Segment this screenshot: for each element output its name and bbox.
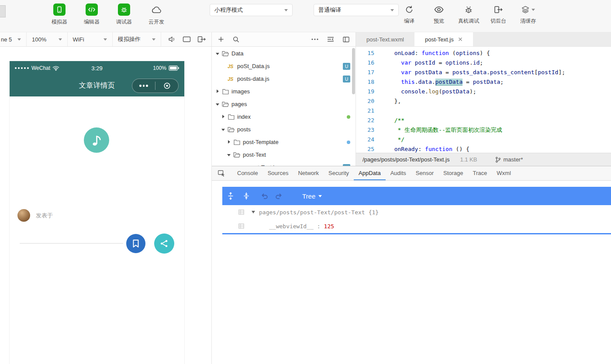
phone-screen: WeChat 3:29 100% 文章详情页 xyxy=(10,61,184,364)
devtools-tab-security[interactable]: Security xyxy=(324,166,354,180)
clear-cache-label: 清缓存 xyxy=(520,17,536,25)
expand-arrow-icon[interactable] xyxy=(226,151,232,158)
switch-background-button[interactable]: 切后台 xyxy=(488,4,509,25)
folder-icon xyxy=(221,89,230,94)
code-brackets-icon xyxy=(86,3,98,16)
code-line xyxy=(387,106,611,116)
mute-speaker-icon[interactable] xyxy=(168,36,176,43)
preview-button[interactable]: 预览 xyxy=(428,4,449,25)
tree-item[interactable]: posts xyxy=(212,123,356,136)
expand-arrow-icon[interactable] xyxy=(226,139,232,145)
tree-item[interactable]: post-Template xyxy=(212,136,356,148)
simulate-action-select[interactable]: 模拟操作 xyxy=(113,32,161,46)
clear-cache-button[interactable]: 清缓存 xyxy=(518,4,539,25)
share-button[interactable] xyxy=(154,234,174,254)
file-tree-scrollbar[interactable] xyxy=(352,48,355,94)
page-title: 文章详情页 xyxy=(79,81,115,90)
preview-label: 预览 xyxy=(434,17,444,25)
expand-arrow-icon[interactable] xyxy=(220,113,227,120)
tree-item-label: Data xyxy=(231,50,243,57)
folder-icon xyxy=(227,114,235,120)
tree-item[interactable]: pages xyxy=(212,98,356,110)
git-branch-label: master* xyxy=(503,156,523,163)
tree-item[interactable]: JSpoSt_Data.jsU xyxy=(212,60,356,72)
tab-post-text-js[interactable]: post-Text.js xyxy=(414,32,473,46)
status-dot xyxy=(347,141,350,144)
tab-post-text-wxml[interactable]: post-Text.wxml xyxy=(356,32,414,46)
collapse-all-icon[interactable] xyxy=(327,36,334,42)
tree-item[interactable]: JSposts-data.jsU xyxy=(212,72,356,85)
tree-item-label: images xyxy=(231,88,250,95)
tree-item[interactable]: JSpost-Text.jsU xyxy=(212,161,356,166)
tree-item[interactable]: images xyxy=(212,85,356,98)
devtools-tab-wxml[interactable]: Wxml xyxy=(492,166,516,180)
phone-status-bar: WeChat 3:29 100% xyxy=(10,61,184,75)
redo-icon[interactable] xyxy=(275,192,283,199)
exit-miniprogram-button[interactable] xyxy=(155,79,178,93)
action-button-group: 编译 预览 真机调试 切后台 xyxy=(399,4,539,25)
expand-all-icon[interactable] xyxy=(228,192,234,200)
appdata-entry-row[interactable]: __webviewId__ : 125 xyxy=(222,219,611,233)
devtools-tab-appdata[interactable]: AppData xyxy=(354,166,386,180)
devtools-tab-sources[interactable]: Sources xyxy=(263,166,293,180)
tree-item[interactable]: Data xyxy=(212,47,356,60)
secondary-toolbar: ne 5 100% WiFi 模拟操作 xyxy=(0,32,611,47)
avatar xyxy=(17,209,30,222)
debugger-toggle-button[interactable]: 调试器 xyxy=(112,3,136,26)
network-select[interactable]: WiFi xyxy=(68,32,113,46)
devtools-tab-console[interactable]: Console xyxy=(232,166,263,180)
devtools-tab-trace[interactable]: Trace xyxy=(468,166,492,180)
git-branch-indicator[interactable]: master* xyxy=(495,156,523,163)
devtools-tab-bar: ConsoleSourcesNetworkSecurityAppDataAudi… xyxy=(212,166,611,181)
device-select[interactable]: ne 5 xyxy=(0,32,27,46)
devtools-tab-network[interactable]: Network xyxy=(293,166,324,180)
search-icon[interactable] xyxy=(233,36,239,43)
device-tool-icons xyxy=(161,32,211,46)
collapse-all-arrows-icon[interactable] xyxy=(243,192,249,200)
inspect-element-icon[interactable] xyxy=(217,169,225,177)
wechat-devtools-window: 模拟器 编辑器 调试器 云开发 小程序模式 xyxy=(0,0,611,364)
expand-arrow-icon[interactable] xyxy=(214,88,221,95)
more-icon[interactable] xyxy=(311,38,318,40)
undo-icon[interactable] xyxy=(261,192,269,199)
expand-arrow-icon[interactable] xyxy=(214,50,221,57)
js-file-icon: JS xyxy=(238,165,247,166)
close-icon[interactable] xyxy=(458,37,463,41)
view-mode-select[interactable]: Tree xyxy=(302,192,322,200)
simulator-toggle-button[interactable]: 模拟器 xyxy=(47,3,72,26)
window-edge xyxy=(0,5,6,17)
compile-button[interactable]: 编译 xyxy=(399,4,420,25)
js-file-icon: JS xyxy=(227,76,235,82)
devtools-tab-audits[interactable]: Audits xyxy=(386,166,411,180)
devtools-tab-sensor[interactable]: Sensor xyxy=(411,166,438,180)
editor-toggle-button[interactable]: 编辑器 xyxy=(79,3,104,26)
screen-icon[interactable] xyxy=(183,36,191,43)
zoom-select[interactable]: 100% xyxy=(27,32,68,46)
mode-select[interactable]: 小程序模式 xyxy=(210,4,293,16)
simulator-phone-icon xyxy=(53,3,66,16)
remote-debug-button[interactable]: 真机调试 xyxy=(458,4,479,25)
expand-arrow-icon[interactable] xyxy=(252,211,255,213)
appdata-root-row[interactable]: pages/posts/post-Text/post-Text {1} xyxy=(222,205,611,219)
more-options-button[interactable] xyxy=(132,79,155,93)
devtools-tab-storage[interactable]: Storage xyxy=(438,166,468,180)
code-area[interactable]: 1516171819202122232425 onLoad: function … xyxy=(356,47,611,153)
line-number: 15 xyxy=(356,48,381,58)
code-line: /** xyxy=(387,116,611,125)
bookmark-button[interactable] xyxy=(126,234,145,253)
tree-item[interactable]: post-Text xyxy=(212,148,356,161)
expand-arrow-icon[interactable] xyxy=(220,126,227,133)
undock-window-icon[interactable] xyxy=(197,36,206,43)
view-mode-value: Tree xyxy=(302,192,315,200)
new-file-plus-icon[interactable] xyxy=(218,36,224,42)
code-line: }, xyxy=(387,96,611,106)
compile-mode-select[interactable]: 普通编译 xyxy=(314,4,399,16)
tree-item[interactable]: index xyxy=(212,110,356,123)
expand-arrow-icon[interactable] xyxy=(214,101,221,107)
split-panel-icon[interactable] xyxy=(343,37,349,42)
content-divider xyxy=(20,243,123,244)
tree-item-label: post-Template xyxy=(243,139,279,145)
publish-label: 发表于 xyxy=(36,212,53,220)
cloud-dev-button[interactable]: 云开发 xyxy=(144,3,169,26)
line-number: 24 xyxy=(356,135,381,144)
